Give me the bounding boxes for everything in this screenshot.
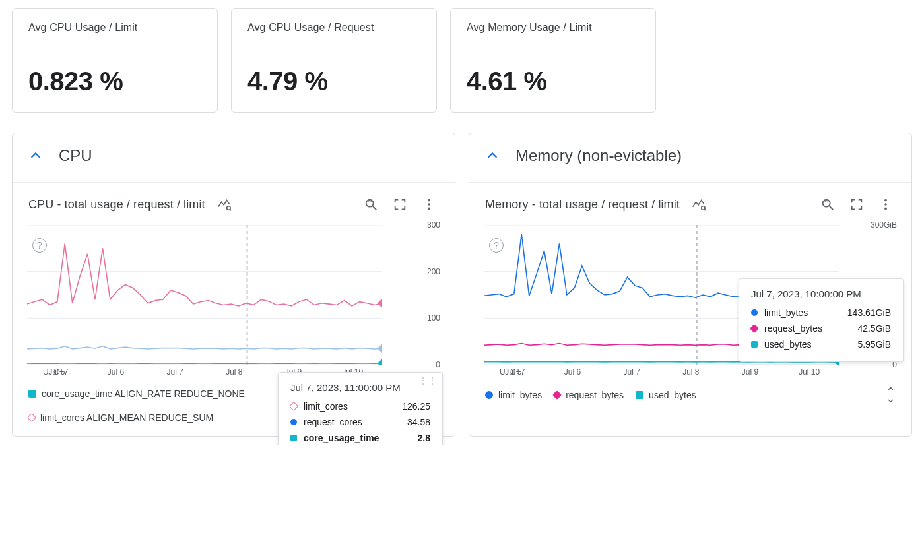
swatch-icon	[485, 391, 493, 399]
tooltip-time: Jul 7, 2023, 10:00:00 PM	[751, 288, 891, 299]
swatch-icon	[27, 413, 36, 422]
tooltip-label: used_bytes	[764, 339, 812, 350]
chevron-up-icon[interactable]	[28, 148, 43, 163]
svg-line-1	[230, 209, 231, 210]
refresh-zoom-icon[interactable]	[818, 195, 838, 214]
swatch-icon	[290, 419, 297, 425]
fullscreen-icon[interactable]	[847, 195, 867, 214]
svg-line-3	[373, 206, 377, 210]
more-icon[interactable]	[876, 195, 896, 214]
stat-value: 0.823 %	[28, 67, 201, 96]
svg-line-18	[830, 206, 834, 210]
legend-item[interactable]: used_bytes	[636, 390, 696, 400]
svg-line-16	[704, 209, 706, 210]
tooltip-label: limit_bytes	[764, 307, 808, 318]
svg-point-5	[428, 203, 430, 206]
panel-cpu: CPU CPU - total usage / request / limit …	[12, 133, 455, 437]
tooltip-label: request_cores	[304, 417, 362, 427]
tooltip-row: limit_cores 126.25	[290, 398, 430, 414]
stat-title: Avg CPU Usage / Request	[248, 22, 420, 34]
tooltip-row: core_usage_time 2.8	[290, 430, 430, 445]
legend-label: request_bytes	[566, 390, 624, 400]
stat-card-cpu-request: Avg CPU Usage / Request 4.79 %	[231, 8, 437, 113]
tooltip-time: Jul 7, 2023, 11:00:00 PM	[290, 382, 430, 393]
sort-arrows-icon[interactable]: ⌃⌄	[886, 389, 896, 402]
svg-point-21	[884, 208, 887, 210]
chart-header: CPU - total usage / request / limit	[13, 183, 455, 218]
panel-title: Memory (non-evictable)	[515, 146, 682, 165]
swatch-icon	[289, 402, 298, 411]
explorer-icon[interactable]	[214, 195, 234, 214]
svg-point-6	[428, 208, 430, 210]
legend-label: limit_cores ALIGN_MEAN REDUCE_SUM	[40, 412, 213, 423]
panel-header: CPU	[13, 133, 455, 171]
legend-item[interactable]: core_usage_time ALIGN_RATE REDUCE_NONE	[28, 389, 245, 399]
legend-label: limit_bytes	[498, 390, 542, 400]
chart-header: Memory - total usage / request / limit	[469, 183, 911, 218]
stat-value: 4.79 %	[248, 67, 420, 96]
stat-cards-row: Avg CPU Usage / Limit 0.823 % Avg CPU Us…	[12, 8, 912, 113]
panel-memory: Memory (non-evictable) Memory - total us…	[469, 133, 912, 437]
chart-title: Memory - total usage / request / limit	[485, 198, 680, 212]
drag-handle-icon[interactable]: ⋮⋮	[418, 378, 437, 383]
tooltip-value: 2.8	[418, 433, 430, 443]
tooltip-value: 5.95GiB	[857, 339, 891, 350]
tooltip-label: request_bytes	[764, 323, 822, 334]
tooltip-value: 126.25	[402, 401, 430, 412]
tooltip-row: used_bytes 5.95GiB	[751, 336, 891, 352]
svg-point-20	[884, 203, 887, 206]
refresh-zoom-icon[interactable]	[361, 195, 381, 214]
swatch-icon	[751, 309, 758, 316]
more-icon[interactable]	[419, 195, 439, 214]
legend: limit_bytes request_bytes used_bytes ⌃⌄	[469, 381, 911, 414]
swatch-icon	[636, 391, 644, 399]
legend-item[interactable]: limit_cores ALIGN_MEAN REDUCE_SUM	[28, 412, 213, 423]
tooltip-cpu: ⋮⋮ Jul 7, 2023, 11:00:00 PM limit_cores …	[278, 372, 443, 445]
svg-rect-12	[378, 299, 382, 308]
chart-title: CPU - total usage / request / limit	[28, 198, 205, 212]
swatch-icon	[290, 435, 297, 441]
stat-card-memory-limit: Avg Memory Usage / Limit 4.61 %	[450, 8, 656, 113]
panel-title: CPU	[59, 146, 92, 165]
swatch-icon	[751, 341, 758, 348]
tooltip-value: 42.5GiB	[857, 323, 891, 334]
swatch-icon	[552, 390, 562, 400]
swatch-icon	[750, 324, 759, 333]
svg-rect-14	[378, 359, 382, 365]
stat-title: Avg CPU Usage / Limit	[28, 22, 201, 34]
svg-point-19	[884, 199, 887, 202]
tooltip-label: core_usage_time	[304, 433, 379, 443]
tooltip-memory: Jul 7, 2023, 10:00:00 PM limit_bytes 143…	[739, 278, 904, 362]
legend-item[interactable]: limit_bytes	[485, 390, 542, 400]
chart-panels-row: CPU CPU - total usage / request / limit …	[12, 113, 912, 437]
legend-label: used_bytes	[649, 390, 696, 400]
svg-point-4	[428, 199, 430, 202]
tooltip-value: 143.61GiB	[847, 307, 891, 318]
stat-title: Avg Memory Usage / Limit	[467, 22, 640, 34]
svg-rect-13	[378, 344, 382, 353]
legend-item[interactable]: request_bytes	[554, 390, 624, 400]
stat-card-cpu-limit: Avg CPU Usage / Limit 0.823 %	[12, 8, 218, 113]
stat-value: 4.61 %	[467, 67, 640, 96]
tooltip-value: 34.58	[407, 417, 430, 427]
swatch-icon	[28, 390, 36, 398]
tooltip-row: limit_bytes 143.61GiB	[751, 305, 891, 321]
chevron-up-icon[interactable]	[485, 148, 500, 163]
fullscreen-icon[interactable]	[390, 195, 410, 214]
tooltip-row: request_cores 34.58	[290, 414, 430, 430]
plot-area[interactable]: ? 0100200300UTC+7Jul 5Jul 6Jul 7Jul 8Jul…	[13, 218, 455, 381]
legend-label: core_usage_time ALIGN_RATE REDUCE_NONE	[42, 389, 245, 399]
panel-header: Memory (non-evictable)	[469, 133, 911, 171]
explorer-icon[interactable]	[689, 195, 709, 214]
tooltip-label: limit_cores	[304, 401, 348, 412]
tooltip-row: request_bytes 42.5GiB	[751, 321, 891, 336]
